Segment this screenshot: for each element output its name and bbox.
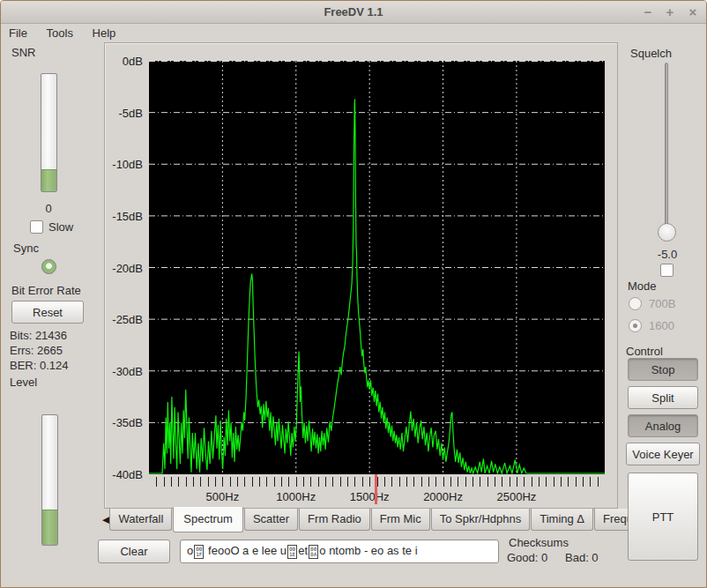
- frequency-tick: [421, 477, 422, 487]
- tab-to-spkr-hdphns[interactable]: To Spkr/Hdphns: [431, 509, 531, 531]
- checksums-label: Checksums: [509, 536, 569, 549]
- frequency-tick: [237, 477, 238, 487]
- ber-stat: BER: 0.124: [10, 359, 69, 372]
- mode-radio-700b: [629, 297, 642, 310]
- reset-button[interactable]: Reset: [11, 301, 84, 324]
- frequency-tick: [524, 477, 525, 487]
- slow-checkbox[interactable]: [30, 220, 43, 234]
- slow-checkbox-label[interactable]: Slow: [48, 220, 73, 234]
- snr-label: SNR: [11, 46, 35, 59]
- squelch-value: -5.0: [649, 248, 686, 261]
- frequency-tick: [200, 477, 201, 487]
- squelch-slider-track[interactable]: [665, 63, 668, 235]
- frequency-tick: [156, 477, 157, 487]
- radio-dot-icon: [633, 324, 637, 328]
- frequency-tick-label: 500Hz: [191, 490, 253, 503]
- frequency-tick: [340, 477, 341, 487]
- tab-waterfall[interactable]: Waterfall: [109, 509, 172, 531]
- control-char-icon: 000A: [309, 545, 318, 559]
- frequency-tick: [554, 477, 554, 487]
- frequency-tick: [193, 477, 194, 487]
- menu-file[interactable]: File: [1, 25, 35, 41]
- mode-label: Mode: [628, 279, 657, 293]
- frequency-tick: [510, 477, 510, 487]
- frequency-tick: [303, 477, 304, 487]
- frequency-tick: [399, 477, 400, 487]
- frequency-tick: [435, 477, 436, 487]
- bit-error-rate-label: Bit Error Rate: [11, 284, 81, 297]
- frequency-tick: [517, 477, 517, 487]
- menu-tools[interactable]: Tools: [39, 25, 81, 41]
- maximize-icon[interactable]: +: [661, 4, 679, 21]
- db-tick-label: -15dB: [104, 210, 143, 223]
- close-icon[interactable]: ×: [684, 4, 702, 21]
- ptt-button[interactable]: PTT: [628, 473, 698, 561]
- frequency-tick: [164, 477, 165, 487]
- control-char-icon: 001E: [287, 545, 297, 559]
- frequency-tick: [473, 477, 473, 487]
- frequency-tick: [222, 477, 223, 487]
- frequency-tick-label: 1500Hz: [339, 490, 400, 503]
- frequency-tick: [325, 477, 326, 487]
- level-gauge: [41, 414, 58, 546]
- snr-gauge-fill: [41, 169, 56, 191]
- spectrum-plot-canvas: [149, 61, 605, 474]
- frequency-tick: [171, 477, 172, 487]
- frequency-tick: [413, 477, 414, 487]
- frequency-tick: [230, 477, 231, 487]
- checksums-good: Good: 0: [507, 551, 547, 564]
- tab-timing-delta[interactable]: Timing Δ: [531, 509, 593, 531]
- voice-keyer-button[interactable]: Voice Keyer: [626, 443, 700, 465]
- tab-scroll-left-icon[interactable]: ◀: [102, 514, 109, 525]
- tab-frm-mic[interactable]: Frm Mic: [371, 509, 430, 531]
- stop-button[interactable]: Stop: [628, 358, 698, 381]
- frequency-tick: [465, 477, 466, 487]
- frequency-tick: [296, 477, 297, 487]
- squelch-slider-thumb[interactable]: [658, 223, 676, 242]
- frequency-tick: [347, 477, 348, 487]
- decoded-text: et: [298, 544, 308, 557]
- snr-value: 0: [34, 202, 63, 215]
- decoded-text: o ntomb - eo as te i: [319, 544, 417, 557]
- control-char-icon: 001F: [194, 545, 204, 559]
- frequency-tick: [428, 477, 429, 487]
- frequency-tick: [281, 477, 282, 487]
- frequency-tick-label: 2500Hz: [486, 490, 547, 503]
- tab-frm-radio[interactable]: Frm Radio: [299, 509, 370, 531]
- db-axis-labels: 0dB-5dB-10dB-15dB-20dB-25dB-30dB-35dB-40…: [104, 54, 145, 486]
- frequency-tick: [590, 477, 591, 487]
- frequency-tick: [532, 477, 532, 487]
- tab-scatter[interactable]: Scatter: [244, 509, 298, 531]
- errs-stat: Errs: 2665: [10, 344, 63, 357]
- frequency-tick-label: 2000Hz: [413, 490, 474, 503]
- squelch-checkbox[interactable]: [660, 264, 674, 277]
- frequency-tick: [539, 477, 540, 487]
- decoded-text-field[interactable]: o001F feooO a e lee u001Eet000Ao ntomb -…: [180, 540, 499, 563]
- db-tick-label: -30dB: [104, 365, 143, 378]
- frequency-tick: [450, 477, 451, 487]
- db-tick-label: 0dB: [104, 55, 143, 68]
- db-tick-label: -40dB: [104, 468, 143, 481]
- frequency-tick-label: 1000Hz: [265, 490, 327, 503]
- decoded-text: o: [187, 544, 193, 557]
- split-button[interactable]: Split: [628, 386, 698, 409]
- menu-help[interactable]: Help: [85, 25, 124, 41]
- db-tick-label: -35dB: [104, 416, 143, 429]
- window-title: FreeDV 1.1: [1, 5, 706, 19]
- squelch-label: Squelch: [630, 47, 672, 60]
- frequency-tick: [443, 477, 444, 487]
- frequency-tick: [354, 477, 355, 487]
- snr-gauge: [41, 73, 57, 192]
- tab-spectrum[interactable]: Spectrum: [173, 507, 243, 532]
- minimize-icon[interactable]: −: [639, 4, 657, 21]
- level-gauge-fill: [42, 510, 57, 545]
- frequency-tick: [480, 477, 480, 487]
- frequency-tick: [391, 477, 392, 487]
- frequency-tick: [208, 477, 209, 487]
- db-tick-label: -20dB: [104, 262, 143, 275]
- analog-button[interactable]: Analog: [628, 414, 698, 437]
- frequency-tick: [487, 477, 488, 487]
- clear-button[interactable]: Clear: [98, 540, 170, 563]
- frequency-tick: [369, 477, 370, 487]
- frequency-tick: [178, 477, 179, 487]
